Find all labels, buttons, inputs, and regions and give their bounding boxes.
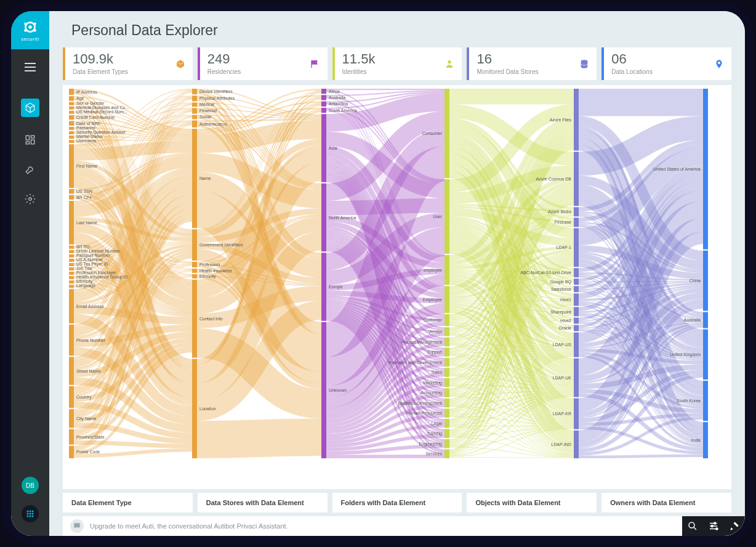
svg-rect-136: [444, 314, 449, 326]
sidebar: securiti DB: [11, 11, 49, 536]
card-label: Data Locations: [611, 68, 653, 75]
svg-rect-148: [444, 378, 449, 387]
card-monitored-data-stores[interactable]: 16 Monitored Data Stores: [467, 47, 597, 80]
card-value: 11.5k: [342, 52, 376, 66]
svg-rect-102: [192, 262, 197, 267]
svg-rect-128: [444, 89, 449, 178]
svg-rect-200: [703, 312, 708, 328]
svg-rect-72: [69, 289, 74, 323]
svg-text:Google BQ: Google BQ: [550, 280, 571, 285]
page-title: Personal Data Explorer: [49, 11, 745, 47]
user-avatar[interactable]: DB: [22, 477, 39, 494]
svg-text:United States of America: United States of America: [653, 167, 701, 171]
svg-text:Province/State: Province/State: [76, 435, 105, 439]
sankey-chart[interactable]: IP AddressAgeSex or GenderMedical Diseas…: [63, 85, 731, 489]
svg-text:Device Identifiers: Device Identifiers: [199, 89, 233, 94]
svg-text:Date of Birth: Date of Birth: [76, 121, 100, 126]
svg-text:User: User: [433, 214, 442, 219]
svg-rect-68: [69, 280, 74, 283]
svg-text:Authentication: Authentication: [199, 122, 227, 126]
svg-rect-34: [69, 121, 74, 126]
card-residencies[interactable]: 249 Residencies: [198, 47, 328, 80]
svg-text:North America: North America: [329, 216, 356, 220]
brand-logo[interactable]: securiti: [11, 11, 49, 49]
svg-rect-202: [703, 330, 708, 379]
svg-text:Street Name: Street Name: [76, 369, 100, 373]
nav-cube-icon[interactable]: [21, 99, 39, 117]
svg-rect-88: [192, 95, 197, 101]
search-icon[interactable]: [682, 516, 703, 536]
card-data-element-types[interactable]: 109.9k Data Element Types: [63, 47, 193, 80]
svg-text:US A-Number: US A-Number: [76, 257, 103, 262]
svg-text:ABC-NorCal-SJ-Unit-Drive: ABC-NorCal-SJ-Unit-Drive: [521, 270, 572, 275]
svg-text:Firebase: Firebase: [555, 220, 571, 224]
nav-gear-icon[interactable]: [23, 192, 37, 206]
svg-rect-74: [69, 325, 74, 356]
assistant-prompt-bar[interactable]: Upgrade to meet Auti, the conversational…: [63, 516, 731, 536]
svg-rect-180: [574, 293, 579, 306]
svg-rect-32: [69, 115, 74, 120]
svg-rect-44: [69, 144, 74, 188]
svg-rect-70: [69, 285, 74, 288]
chat-icon: [70, 519, 84, 533]
svg-text:Employee: Employee: [423, 298, 442, 302]
svg-text:Name: Name: [199, 176, 211, 180]
svg-text:Email Address: Email Address: [76, 304, 104, 309]
svg-rect-28: [69, 107, 74, 110]
svg-text:LDAP-1: LDAP-1: [556, 245, 571, 249]
menu-icon[interactable]: [23, 60, 37, 74]
svg-rect-162: [444, 449, 449, 458]
flag-icon: [310, 59, 320, 69]
svg-text:Business Development: Business Development: [398, 401, 442, 406]
svg-rect-62: [69, 267, 74, 270]
svg-text:Sharepoint: Sharepoint: [550, 310, 571, 315]
svg-text:Contact Info: Contact Info: [199, 317, 223, 321]
svg-rect-176: [574, 278, 579, 285]
svg-rect-172: [574, 228, 579, 267]
svg-text:Driver License Number: Driver License Number: [76, 249, 121, 253]
svg-point-20: [448, 60, 451, 63]
card-label: Data Element Types: [73, 68, 128, 75]
svg-rect-118: [321, 108, 326, 113]
svg-text:Language: Language: [76, 283, 95, 288]
card-value: 06: [611, 52, 653, 66]
svg-text:Customer: Customer: [424, 318, 443, 322]
card-label: Monitored Data Stores: [477, 68, 538, 75]
svg-rect-24: [69, 96, 74, 101]
card-data-locations[interactable]: 06 Data Locations: [601, 47, 731, 80]
build-icon[interactable]: [724, 516, 745, 536]
svg-rect-36: [69, 127, 74, 130]
svg-text:LDAP-IND: LDAP-IND: [551, 442, 571, 447]
pin-icon: [714, 59, 724, 69]
svg-rect-9: [26, 142, 29, 144]
nav-dashboard-icon[interactable]: [23, 133, 37, 147]
svg-rect-98: [192, 129, 197, 228]
cube-icon: [175, 59, 185, 69]
svg-point-14: [27, 513, 29, 515]
svg-rect-58: [69, 259, 74, 262]
svg-text:Azure Files: Azure Files: [550, 118, 572, 122]
svg-point-15: [30, 513, 31, 515]
svg-rect-7: [31, 136, 34, 138]
svg-point-18: [30, 516, 31, 517]
sliders-icon[interactable]: [703, 516, 724, 536]
svg-rect-206: [703, 422, 708, 458]
svg-rect-182: [574, 307, 579, 316]
card-label: Residencies: [207, 68, 241, 75]
svg-rect-56: [69, 254, 74, 257]
svg-text:Oracle: Oracle: [558, 326, 571, 330]
svg-text:employee: employee: [424, 268, 442, 273]
svg-text:Asia: Asia: [329, 146, 337, 150]
main-panel: Personal Data Explorer 109.9k Data Eleme…: [49, 11, 745, 536]
svg-rect-8: [31, 140, 34, 144]
nav-wrench-icon[interactable]: [23, 163, 37, 176]
svg-text:Services: Services: [425, 452, 442, 456]
axis-headers-row: Data Element Type Data Stores with Data …: [49, 493, 745, 513]
svg-rect-168: [574, 207, 579, 216]
svg-point-19: [32, 516, 34, 517]
svg-rect-6: [26, 136, 29, 140]
apps-grid-icon[interactable]: [22, 505, 39, 522]
svg-point-210: [711, 525, 713, 527]
card-identities[interactable]: 11.5k Identities: [332, 47, 462, 80]
assistant-prompt-text: Upgrade to meet Auti, the conversational…: [90, 522, 288, 530]
